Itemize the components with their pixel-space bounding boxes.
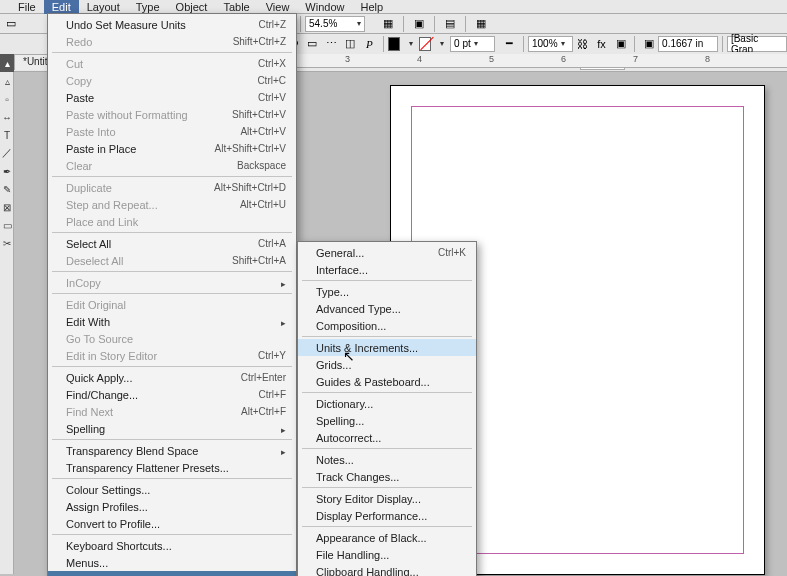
distribute-icon[interactable]: ⋯ — [323, 35, 340, 53]
stroke-dropdown[interactable] — [432, 35, 449, 53]
selection-mode-icon[interactable]: ▭ — [1, 15, 21, 33]
menu-item-colour-settings[interactable]: Colour Settings... — [48, 481, 296, 498]
menu-separator — [52, 478, 292, 479]
menu-item-general[interactable]: General...Ctrl+K — [298, 244, 476, 261]
direct-select-tool-icon[interactable]: ▵ — [0, 72, 14, 90]
arrange-icon[interactable]: ▤ — [440, 15, 460, 33]
menu-item-label: Track Changes... — [316, 471, 399, 483]
textwrap-icon[interactable]: ▣ — [640, 35, 657, 53]
menu-item-copy: CopyCtrl+C — [48, 72, 296, 89]
paragraph-sign-icon[interactable]: P — [361, 35, 378, 53]
menu-item-track-changes[interactable]: Track Changes... — [298, 468, 476, 485]
menu-item-paste[interactable]: PasteCtrl+V — [48, 89, 296, 106]
scale-icon[interactable]: ◫ — [342, 35, 359, 53]
menu-item-autocorrect[interactable]: Autocorrect... — [298, 429, 476, 446]
stroke-weight-field[interactable]: 0 pt — [450, 36, 495, 52]
menu-item-label: Type... — [316, 286, 349, 298]
menu-item-assign-profiles[interactable]: Assign Profiles... — [48, 498, 296, 515]
menu-item-units-increments[interactable]: Units & Increments... — [298, 339, 476, 356]
page-tool-icon[interactable]: ▫ — [0, 90, 14, 108]
effects-icon[interactable]: fx — [593, 35, 610, 53]
menu-item-type[interactable]: Type... — [298, 283, 476, 300]
rect-tool-icon[interactable]: ▭ — [0, 216, 14, 234]
menu-separator — [52, 232, 292, 233]
menu-separator — [302, 448, 472, 449]
menu-item-spelling[interactable]: Spelling — [48, 420, 296, 437]
menu-item-grids[interactable]: Grids... — [298, 356, 476, 373]
preferences-submenu: General...Ctrl+KInterface...Type...Advan… — [297, 241, 477, 576]
type-tool-icon[interactable]: T — [0, 126, 14, 144]
object-style-select[interactable]: [Basic Grap — [727, 36, 787, 52]
menu-item-advanced-type[interactable]: Advanced Type... — [298, 300, 476, 317]
menu-edit[interactable]: Edit — [44, 0, 79, 14]
menu-item-find-change[interactable]: Find/Change...Ctrl+F — [48, 386, 296, 403]
menu-type[interactable]: Type — [128, 0, 168, 14]
fill-dropdown[interactable] — [401, 35, 418, 53]
menu-item-label: Find/Change... — [66, 389, 138, 401]
menu-item-label: Keyboard Shortcuts... — [66, 540, 172, 552]
pen-tool-icon[interactable]: ✒ — [0, 162, 14, 180]
menu-item-guides-pasteboard[interactable]: Guides & Pasteboard... — [298, 373, 476, 390]
link-icon[interactable]: ⛓ — [574, 35, 591, 53]
workspace-icon[interactable]: ▦ — [471, 15, 491, 33]
align-icon[interactable]: ▭ — [304, 35, 321, 53]
menu-item-notes[interactable]: Notes... — [298, 451, 476, 468]
menu-item-place-and-link: Place and Link — [48, 213, 296, 230]
menu-layout[interactable]: Layout — [79, 0, 128, 14]
menu-item-file-handling[interactable]: File Handling... — [298, 546, 476, 563]
menu-item-convert-to-profile[interactable]: Convert to Profile... — [48, 515, 296, 532]
menu-item-label: Duplicate — [66, 182, 112, 194]
menu-item-transparency-flattener-presets[interactable]: Transparency Flattener Presets... — [48, 459, 296, 476]
ruler-tick: 8 — [705, 54, 710, 64]
menu-item-label: File Handling... — [316, 549, 389, 561]
menu-item-keyboard-shortcuts[interactable]: Keyboard Shortcuts... — [48, 537, 296, 554]
gap-tool-icon[interactable]: ↔ — [0, 108, 14, 126]
menu-window[interactable]: Window — [297, 0, 352, 14]
menu-item-composition[interactable]: Composition... — [298, 317, 476, 334]
menu-item-appearance-of-black[interactable]: Appearance of Black... — [298, 529, 476, 546]
menu-item-quick-apply[interactable]: Quick Apply...Ctrl+Enter — [48, 369, 296, 386]
menu-separator — [302, 392, 472, 393]
menu-item-menus[interactable]: Menus... — [48, 554, 296, 571]
line-tool-icon[interactable]: ／ — [0, 144, 14, 162]
menu-item-story-editor-display[interactable]: Story Editor Display... — [298, 490, 476, 507]
selection-tool-icon[interactable]: ▴ — [0, 54, 14, 72]
fill-swatch[interactable] — [388, 37, 400, 51]
stroke-swatch[interactable] — [419, 37, 431, 51]
menu-help[interactable]: Help — [352, 0, 391, 14]
frame-icon[interactable]: ▣ — [612, 35, 629, 53]
menu-item-label: Story Editor Display... — [316, 493, 421, 505]
menu-view[interactable]: View — [258, 0, 298, 14]
menu-item-transparency-blend-space[interactable]: Transparency Blend Space — [48, 442, 296, 459]
corner-field[interactable]: 0.1667 in — [658, 36, 718, 52]
scale-x-field[interactable]: 100% — [528, 36, 573, 52]
menu-item-edit-with[interactable]: Edit With — [48, 313, 296, 330]
menu-item-label: Autocorrect... — [316, 432, 381, 444]
menu-object[interactable]: Object — [168, 0, 216, 14]
menu-item-paste-in-place[interactable]: Paste in PlaceAlt+Shift+Ctrl+V — [48, 140, 296, 157]
menu-item-label: Paste — [66, 92, 94, 104]
menu-separator — [52, 439, 292, 440]
menu-item-undo-set-measure-units[interactable]: Undo Set Measure UnitsCtrl+Z — [48, 16, 296, 33]
frame-tool-icon[interactable]: ⊠ — [0, 198, 14, 216]
zoom-select[interactable]: 54.5% — [305, 16, 365, 32]
screen-mode-icon[interactable]: ▣ — [409, 15, 429, 33]
menu-item-select-all[interactable]: Select AllCtrl+A — [48, 235, 296, 252]
menu-item-dictionary[interactable]: Dictionary... — [298, 395, 476, 412]
pencil-tool-icon[interactable]: ✎ — [0, 180, 14, 198]
stroke-style-icon[interactable]: ━ — [501, 35, 518, 53]
scissors-tool-icon[interactable]: ✂ — [0, 234, 14, 252]
menu-item-label: Step and Repeat... — [66, 199, 158, 211]
menu-item-interface[interactable]: Interface... — [298, 261, 476, 278]
menu-file[interactable]: File — [10, 0, 44, 14]
menu-item-clipboard-handling[interactable]: Clipboard Handling... — [298, 563, 476, 576]
menu-item-spelling[interactable]: Spelling... — [298, 412, 476, 429]
menu-item-label: Quick Apply... — [66, 372, 132, 384]
menu-item-preferences[interactable]: Preferences — [48, 571, 296, 576]
menu-item-display-performance[interactable]: Display Performance... — [298, 507, 476, 524]
menu-table[interactable]: Table — [215, 0, 257, 14]
view-mode-icon[interactable]: ▦ — [378, 15, 398, 33]
menu-item-label: Select All — [66, 238, 111, 250]
menu-item-edit-original: Edit Original — [48, 296, 296, 313]
submenu-arrow-icon — [267, 423, 286, 435]
